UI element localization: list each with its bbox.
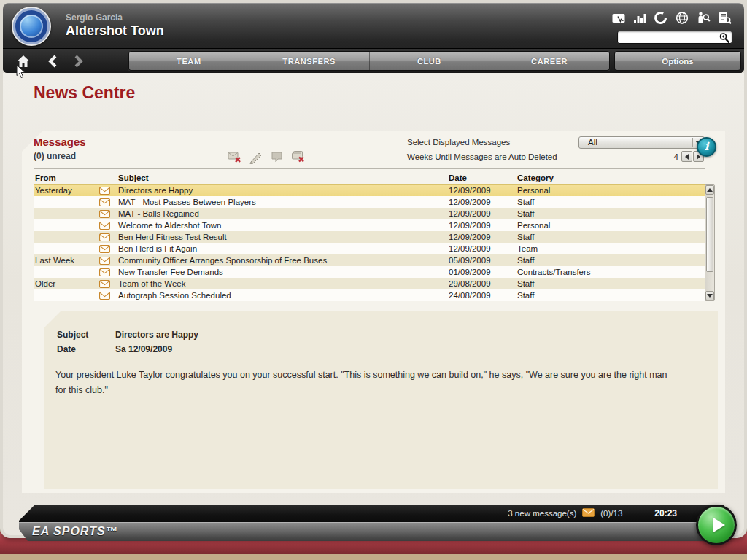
row-category: Team bbox=[516, 244, 705, 253]
message-row[interactable]: Autograph Session Scheduled24/08/2009Sta… bbox=[34, 289, 705, 301]
filter-dropdown[interactable]: All bbox=[578, 136, 705, 149]
main-tabs: TEAM TRANSFERS CLUB CAREER bbox=[128, 51, 610, 71]
envelope-icon bbox=[99, 257, 110, 265]
info-icon[interactable]: i bbox=[697, 137, 716, 157]
tab-club[interactable]: CLUB bbox=[370, 52, 490, 70]
delete-message-icon[interactable] bbox=[228, 150, 243, 164]
row-category: Staff bbox=[516, 256, 705, 265]
row-subject: Ben Herd Fitness Test Result bbox=[117, 233, 447, 241]
search-input[interactable] bbox=[620, 32, 715, 42]
message-row[interactable]: Welcome to Aldershot Town12/09/2009Perso… bbox=[34, 219, 705, 231]
envelope-icon bbox=[99, 233, 110, 241]
news-search-icon[interactable] bbox=[716, 10, 732, 26]
detail-separator bbox=[55, 359, 444, 359]
status-strip: 3 new message(s) (0)/13 20:23 bbox=[19, 505, 724, 522]
tab-transfers[interactable]: TRANSFERS bbox=[249, 52, 370, 70]
message-row[interactable]: Ben Herd is Fit Again12/09/2009Team bbox=[34, 243, 705, 254]
desktop-icon[interactable] bbox=[611, 10, 627, 26]
club-crest-logo bbox=[12, 7, 51, 46]
message-row[interactable]: Last WeekCommunity Officer Arranges Spon… bbox=[34, 254, 705, 266]
row-subject: MAT - Most Passes Between Players bbox=[117, 198, 447, 206]
brand-strip: EA SPORTS™ bbox=[19, 522, 724, 541]
row-date: 24/08/2009 bbox=[447, 291, 516, 300]
note-icon[interactable] bbox=[270, 150, 285, 164]
row-date: 12/09/2009 bbox=[447, 198, 516, 206]
table-header: From Subject Date Category bbox=[34, 174, 705, 182]
scroll-down-button[interactable] bbox=[705, 291, 714, 300]
row-category: Staff bbox=[516, 198, 705, 206]
search-magnifier-icon[interactable] bbox=[719, 32, 730, 47]
row-subject: Welcome to Aldershot Town bbox=[117, 221, 447, 230]
options-button[interactable]: Options bbox=[614, 51, 741, 71]
envelope-icon bbox=[99, 280, 110, 288]
compose-message-icon[interactable] bbox=[249, 150, 264, 164]
message-row[interactable]: OlderTeam of the Week29/08/2009Staff bbox=[34, 278, 705, 289]
player-search-icon[interactable] bbox=[695, 10, 711, 26]
row-subject: Ben Herd is Fit Again bbox=[117, 244, 447, 253]
filter-label: Select Displayed Messages bbox=[407, 138, 510, 147]
envelope-icon bbox=[99, 210, 110, 218]
tab-career[interactable]: CAREER bbox=[489, 52, 609, 70]
envelope-icon bbox=[99, 268, 110, 276]
search-box bbox=[617, 31, 732, 44]
row-subject: New Transfer Fee Demands bbox=[117, 268, 447, 276]
message-row[interactable]: MAT - Balls Regained12/09/2009Staff bbox=[34, 208, 705, 219]
unread-count: (0) unread bbox=[34, 151, 76, 161]
row-from: Older bbox=[34, 279, 97, 288]
manager-name: Sergio Garcia bbox=[66, 12, 123, 23]
row-date: 12/09/2009 bbox=[447, 221, 516, 230]
message-row[interactable]: New Transfer Fee Demands01/09/2009Contra… bbox=[34, 266, 705, 278]
row-category: Personal bbox=[516, 221, 705, 230]
mail-counter: (0)/13 bbox=[600, 509, 622, 518]
message-row[interactable]: YesterdayDirectors are Happy12/09/2009Pe… bbox=[34, 184, 705, 196]
scrollbar-thumb[interactable] bbox=[706, 197, 713, 272]
row-date: 05/09/2009 bbox=[447, 256, 516, 265]
play-icon bbox=[713, 518, 725, 532]
column-from: From bbox=[34, 174, 97, 182]
scroll-up-button[interactable] bbox=[705, 185, 714, 195]
envelope-icon bbox=[99, 245, 110, 253]
forward-button[interactable] bbox=[70, 53, 88, 69]
ea-sports-logo: EA SPORTS™ bbox=[32, 525, 118, 538]
stepper-decrease-button[interactable] bbox=[681, 151, 692, 162]
row-date: 12/09/2009 bbox=[447, 186, 516, 195]
row-category: Staff bbox=[516, 233, 705, 241]
nav-bar: TEAM TRANSFERS CLUB CAREER Options bbox=[3, 48, 744, 73]
column-date: Date bbox=[447, 174, 516, 182]
message-row[interactable]: MAT - Most Passes Between Players12/09/2… bbox=[34, 196, 705, 208]
row-from: Last Week bbox=[34, 256, 97, 265]
row-subject: Community Officer Arranges Sponsorship o… bbox=[117, 256, 447, 265]
row-date: 01/09/2009 bbox=[447, 268, 516, 276]
page-title: News Centre bbox=[34, 83, 135, 103]
status-bar: 3 new message(s) (0)/13 20:23 EA SPORTS™ bbox=[19, 505, 724, 541]
message-row[interactable]: Ben Herd Fitness Test Result12/09/2009St… bbox=[34, 231, 705, 243]
world-icon[interactable] bbox=[674, 10, 690, 26]
new-messages-text: 3 new message(s) bbox=[508, 509, 576, 518]
delete-all-messages-icon[interactable] bbox=[291, 150, 306, 164]
messages-panel: Messages (0) unread Sele bbox=[22, 131, 725, 493]
clock: 20:23 bbox=[654, 508, 677, 518]
column-subject: Subject bbox=[117, 174, 447, 182]
content-area: News Centre Messages (0) unread bbox=[3, 73, 744, 535]
header-separator bbox=[34, 168, 705, 169]
tab-team[interactable]: TEAM bbox=[129, 52, 249, 70]
row-date: 12/09/2009 bbox=[447, 209, 516, 218]
messages-scrollbar[interactable] bbox=[705, 184, 715, 301]
row-date: 29/08/2009 bbox=[447, 279, 516, 288]
message-body: Your president Luke Taylor congratulates… bbox=[55, 368, 680, 398]
envelope-icon bbox=[99, 198, 110, 206]
row-category: Personal bbox=[516, 186, 705, 195]
continue-button[interactable] bbox=[696, 505, 737, 545]
topbar-icons bbox=[611, 10, 732, 26]
weeks-label: Weeks Until Messages are Auto Deleted bbox=[407, 152, 557, 161]
row-category: Staff bbox=[516, 279, 705, 288]
envelope-icon bbox=[99, 187, 110, 195]
column-category: Category bbox=[516, 174, 705, 182]
statistics-icon[interactable] bbox=[632, 10, 648, 26]
row-category: Contracts/Transfers bbox=[516, 268, 705, 276]
row-date: 12/09/2009 bbox=[447, 233, 516, 241]
row-category: Staff bbox=[516, 291, 705, 300]
circular-arrow-icon[interactable] bbox=[653, 10, 669, 26]
back-button[interactable] bbox=[44, 53, 61, 69]
envelope-icon bbox=[99, 292, 110, 300]
